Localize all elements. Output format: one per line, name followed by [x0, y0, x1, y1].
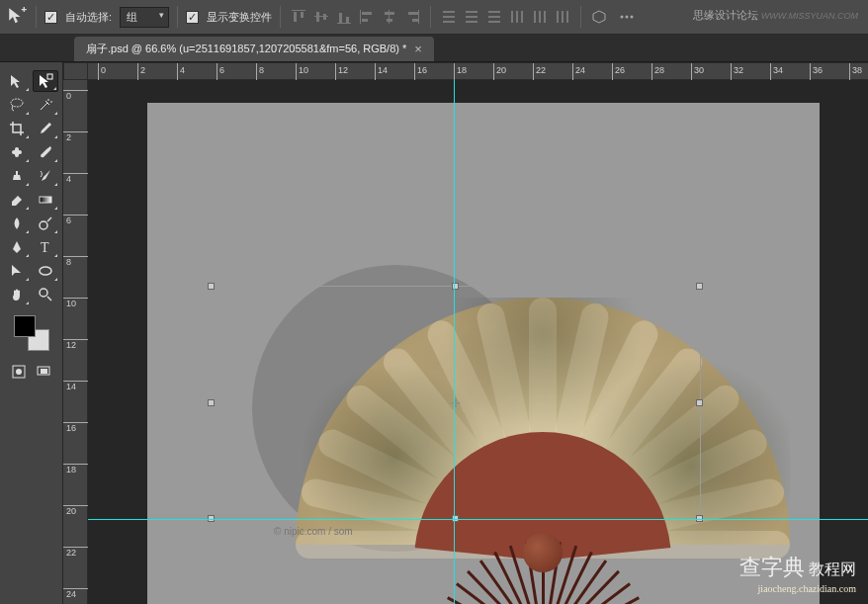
- vertical-guide[interactable]: [454, 80, 455, 604]
- ruler-tick: 6: [217, 63, 224, 81]
- horizontal-ruler[interactable]: 02468101214161820222426283032343638: [88, 62, 868, 80]
- watermark-url: WWW.MISSYUAN.COM: [761, 11, 858, 21]
- dodge-tool[interactable]: [33, 213, 58, 234]
- spot-healing-tool[interactable]: [4, 141, 30, 163]
- watermark-suffix: 教程网: [809, 561, 856, 577]
- hand-tool[interactable]: [4, 284, 30, 305]
- ruler-tick: 20: [493, 63, 506, 81]
- svg-rect-28: [516, 11, 518, 23]
- history-brush-tool[interactable]: [33, 165, 58, 187]
- color-picker[interactable]: [14, 315, 49, 351]
- svg-rect-18: [443, 11, 455, 13]
- ruler-tick: 14: [63, 381, 88, 391]
- transform-handle-ml[interactable]: [208, 399, 215, 406]
- document-tab[interactable]: 扇子.psd @ 66.6% (u=2511691857,1207205581&…: [74, 37, 434, 61]
- foreground-color-swatch[interactable]: [14, 315, 36, 337]
- ruler-tick: 18: [63, 464, 88, 475]
- align-vcenter-icon[interactable]: [311, 7, 331, 27]
- svg-rect-32: [544, 11, 546, 23]
- ruler-tick: 0: [63, 90, 88, 101]
- ruler-corner: [63, 62, 88, 80]
- svg-rect-33: [557, 11, 559, 23]
- svg-rect-13: [385, 12, 394, 15]
- svg-rect-8: [346, 17, 349, 23]
- ruler-tick: 34: [770, 63, 783, 81]
- divider: [177, 6, 178, 28]
- lasso-tool[interactable]: [4, 94, 30, 116]
- dist-vcenter-icon[interactable]: [462, 7, 481, 27]
- ruler-tick: 36: [810, 63, 823, 81]
- path-selection-tool[interactable]: [4, 260, 30, 282]
- ruler-tick: 22: [63, 547, 88, 558]
- auto-select-checkbox[interactable]: ✓: [44, 11, 57, 24]
- svg-point-37: [626, 16, 629, 19]
- ruler-tick: 10: [296, 63, 308, 81]
- auto-select-dropdown[interactable]: 组: [120, 7, 169, 28]
- type-tool[interactable]: T: [33, 236, 58, 258]
- zoom-tool[interactable]: [33, 284, 58, 305]
- dist-bottom-icon[interactable]: [484, 7, 504, 27]
- ruler-tick: 14: [375, 63, 388, 81]
- pen-tool[interactable]: [4, 236, 30, 258]
- svg-point-40: [11, 99, 23, 107]
- ruler-tick: 26: [612, 63, 625, 81]
- gradient-tool[interactable]: [33, 189, 58, 211]
- svg-rect-19: [443, 16, 455, 18]
- more-options-icon[interactable]: [617, 7, 637, 27]
- artboard-tool[interactable]: [33, 70, 58, 92]
- svg-rect-42: [15, 147, 19, 157]
- nipic-watermark: © nipic.com / som: [274, 526, 353, 537]
- align-left-icon[interactable]: [357, 7, 377, 27]
- vertical-ruler[interactable]: 024681012141618202224: [63, 62, 88, 604]
- divider: [280, 6, 281, 28]
- svg-rect-26: [488, 21, 500, 23]
- tab-title: 扇子.psd @ 66.6% (u=2511691857,1207205581&…: [86, 42, 406, 56]
- svg-rect-16: [408, 12, 418, 15]
- dist-top-icon[interactable]: [439, 7, 459, 27]
- crop-tool[interactable]: [4, 118, 30, 139]
- transform-bounding-box[interactable]: ✛: [211, 286, 701, 520]
- shape-tool[interactable]: [33, 260, 58, 282]
- align-top-icon[interactable]: [289, 7, 308, 27]
- ruler-tick: 8: [256, 63, 264, 81]
- ruler-tick: 22: [533, 63, 546, 81]
- 3d-mode-icon[interactable]: [589, 7, 609, 27]
- eraser-tool[interactable]: [4, 189, 30, 211]
- horizontal-guide[interactable]: [88, 519, 868, 520]
- canvas-area[interactable]: © nipic.com / som ✛: [88, 80, 868, 604]
- svg-rect-31: [539, 11, 541, 23]
- blur-tool[interactable]: [4, 213, 30, 234]
- dist-hcenter-icon[interactable]: [530, 7, 550, 27]
- svg-point-49: [16, 369, 22, 375]
- watermark-brand: 查字典: [739, 555, 805, 579]
- brush-tool[interactable]: [33, 141, 58, 163]
- toolbox: T: [0, 62, 63, 604]
- dist-left-icon[interactable]: [507, 7, 527, 27]
- magic-wand-tool[interactable]: [33, 94, 58, 116]
- align-right-icon[interactable]: [402, 7, 422, 27]
- svg-rect-34: [562, 11, 564, 23]
- transform-handle-mr[interactable]: [696, 399, 703, 406]
- ruler-tick: 24: [63, 588, 88, 599]
- clone-stamp-tool[interactable]: [4, 165, 30, 187]
- dist-right-icon[interactable]: [553, 7, 572, 27]
- show-transform-checkbox[interactable]: ✓: [186, 11, 199, 24]
- ruler-tick: 18: [454, 63, 467, 81]
- svg-rect-1: [294, 12, 297, 22]
- transform-center-icon[interactable]: ✛: [451, 396, 461, 410]
- transform-handle-tl[interactable]: [208, 283, 215, 290]
- move-tool[interactable]: [4, 70, 30, 92]
- divider: [430, 6, 431, 28]
- screen-mode-icon[interactable]: [34, 361, 55, 383]
- ruler-tick: 6: [63, 215, 88, 225]
- align-bottom-icon[interactable]: [334, 7, 354, 27]
- svg-rect-27: [511, 11, 513, 23]
- transform-handle-tr[interactable]: [696, 283, 703, 290]
- ruler-tick: 4: [177, 63, 185, 81]
- svg-point-44: [40, 221, 47, 229]
- ruler-tick: 30: [691, 63, 704, 81]
- align-hcenter-icon[interactable]: [380, 7, 399, 27]
- quick-mask-icon[interactable]: [8, 361, 30, 383]
- eyedropper-tool[interactable]: [33, 118, 58, 139]
- tab-close-icon[interactable]: ×: [414, 42, 422, 56]
